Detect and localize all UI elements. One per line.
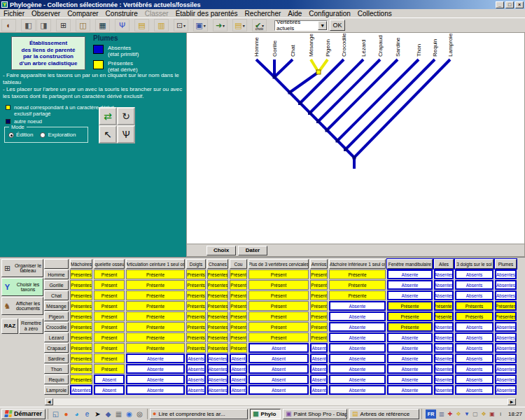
tree-taxon-homme[interactable]: Homme — [253, 36, 260, 57]
taskbar-task-arbres-de-reference[interactable]: ▤Arbres de référence — [349, 409, 419, 419]
choose-taxa-button[interactable]: Y Choisir les taxons — [1, 278, 43, 296]
menu-fichier[interactable]: Fichier — [0, 10, 28, 18]
tray-icon-4[interactable]: ▼ — [463, 410, 470, 418]
menu-aide[interactable]: Aide — [284, 10, 305, 18]
tree-taxon-pigeon[interactable]: Pigeon — [325, 39, 331, 57]
tray-icon-2[interactable]: ✚ — [447, 410, 454, 418]
dater-button[interactable]: Dater — [238, 246, 267, 255]
column-header-machoires[interactable]: Mâchoires — [70, 259, 92, 269]
choix-button[interactable]: Choix — [206, 246, 236, 255]
taskbar-task-phylo[interactable]: ▦Phylo — [250, 409, 281, 419]
tray-icon-3[interactable]: ❖ — [455, 410, 462, 418]
tool-cursor-icon[interactable]: ↖ — [99, 125, 117, 144]
taxon-button-thon[interactable]: Thon — [44, 364, 69, 374]
quicklaunch-icon-5[interactable]: ➤ — [93, 410, 102, 419]
quicklaunch-icon-8[interactable]: ◉ — [125, 410, 134, 419]
toolbar-open-folder-icon[interactable]: ▤▾ — [232, 19, 247, 31]
quicklaunch-icon-4[interactable]: e — [83, 410, 92, 419]
column-header-plumes[interactable]: Plumes — [495, 259, 517, 269]
minimize-button[interactable]: _ — [496, 1, 504, 8]
taxon-button-sardine[interactable]: Sardine — [44, 354, 69, 363]
quicklaunch-icon-3[interactable]: ◕ — [72, 410, 81, 419]
taxon-button-pigeon[interactable]: Pigeon — [44, 312, 69, 321]
quicklaunch-icon-2[interactable]: ● — [62, 410, 71, 419]
column-header-cou[interactable]: Cou — [230, 259, 247, 269]
taxon-button-mesange[interactable]: Mésange — [44, 301, 69, 311]
menu-rechercher[interactable]: Rechercher — [241, 10, 285, 18]
tree-taxon-gorille[interactable]: Gorille — [272, 40, 278, 57]
toolbar-print-icon[interactable]: ⊡▾ — [174, 19, 188, 31]
organize-table-button[interactable]: ⊞ Organiser le tableau — [1, 259, 43, 277]
start-button[interactable]: Démarrer — [1, 409, 46, 419]
mode-option-edition[interactable]: Édition — [8, 132, 33, 138]
tree-taxon-thon[interactable]: Thon — [416, 44, 422, 57]
ok-button[interactable]: OK — [330, 20, 345, 31]
show-documents-button[interactable]: ♞ Afficher les documents — [1, 297, 43, 315]
taxon-button-chat[interactable]: Chat — [44, 290, 69, 300]
taxon-button-requin[interactable]: Requin — [44, 374, 69, 384]
close-button[interactable]: × — [515, 1, 524, 8]
mode-option-exploration[interactable]: Exploration — [40, 132, 76, 138]
column-header-articulation-ceinture-1-seul-os[interactable]: Articulation ceinture 1 seul os — [126, 259, 185, 269]
scroll-right-icon[interactable]: ▶ — [507, 398, 516, 405]
taxon-button-gorille[interactable]: Gorille — [44, 280, 69, 290]
chevron-down-icon[interactable]: ▾ — [204, 23, 206, 28]
quicklaunch-icon-9[interactable]: ◎ — [135, 410, 144, 419]
taxon-button-homme[interactable]: Homme — [44, 270, 69, 279]
tray-icon-6[interactable]: ❖ — [480, 410, 487, 418]
column-header-choanes[interactable]: Choanes — [207, 259, 228, 269]
menu-configuration[interactable]: Configuration — [305, 10, 354, 18]
toolbar-folder-icon[interactable]: ▥ — [154, 19, 169, 31]
toolbar-compare-icon[interactable]: ◧ — [21, 19, 36, 31]
taxon-button-lamproie[interactable]: Lamproie — [44, 385, 69, 395]
toolbar-copy-icon[interactable]: ▣▾ — [193, 19, 208, 31]
toolbar-export-icon[interactable]: ➜▾ — [213, 19, 227, 31]
tray-icon-1[interactable]: ▥ — [438, 410, 445, 418]
toolbar-construct-icon[interactable]: ◫ — [76, 19, 90, 31]
tray-icon-8[interactable]: i — [497, 410, 504, 418]
tool-rotate-icon[interactable]: ↻ — [117, 107, 135, 125]
chevron-down-icon[interactable]: ▾ — [223, 23, 225, 28]
toolbar-classer-folder-icon[interactable]: ▤ — [134, 19, 149, 31]
menu-classer[interactable]: Classer — [141, 10, 172, 18]
toolbar-tree-icon[interactable]: Ψ — [115, 19, 130, 31]
menu-observer[interactable]: Observer — [28, 10, 64, 18]
taxon-button-lezard[interactable]: Lézard — [44, 332, 69, 342]
column-header-machoire-inferieure-1-seul-os[interactable]: Mâchoire inférieure 1 seul os — [329, 259, 386, 269]
toolbar-choix-icon[interactable]: ✔choix▾ — [252, 19, 267, 31]
tree-taxon-requin[interactable]: Requin — [432, 39, 438, 57]
quicklaunch-icon-1[interactable]: ◱ — [51, 410, 60, 419]
column-header-squelette-osseux[interactable]: Squelette osseux — [94, 259, 125, 269]
column-header-amnios[interactable]: Amnios — [310, 259, 328, 269]
tray-icon-5[interactable]: ▢ — [472, 410, 479, 418]
tree-taxon-mesange[interactable]: Mésange — [308, 34, 314, 57]
menu-construire[interactable]: Construire — [102, 10, 141, 18]
maximize-button[interactable]: □ — [505, 1, 514, 8]
quicklaunch-icon-6[interactable]: ◆ — [104, 410, 113, 419]
column-header-fenetre-mandibulaire[interactable]: Fenêtre mandibulaire — [387, 259, 433, 269]
language-indicator[interactable]: FR — [426, 410, 436, 419]
column-header-plus-de-3-vertebres-cervicales[interactable]: Plus de 3 vertèbres cervicales — [248, 259, 309, 269]
taxon-button-crocodile[interactable]: Crocodile — [44, 322, 69, 332]
menu-comparer[interactable]: Comparer — [64, 10, 102, 18]
taskbar-task-paint-shop-pro-diapside[interactable]: ▣Paint Shop Pro - Diapside... — [283, 409, 347, 419]
chevron-down-icon[interactable]: ▼ — [318, 21, 327, 30]
toolbar-observe-icon[interactable]: ◐ — [1, 19, 16, 31]
column-header-doigts[interactable]: Doigts — [186, 259, 206, 269]
chevron-down-icon[interactable]: ▾ — [243, 23, 245, 28]
tool-swap-arrows-icon[interactable]: ⇄ — [99, 107, 117, 125]
reset-button[interactable]: Remettre à zéro — [19, 318, 43, 334]
column-header-ailes[interactable]: Ailes — [434, 259, 454, 269]
scroll-left-icon[interactable]: ◀ — [45, 398, 53, 405]
tree-taxon-crapaud[interactable]: Crapaud — [377, 35, 384, 57]
collection-select[interactable]: Vertébrés actuels ▼ — [274, 20, 328, 31]
tree-taxon-lezard[interactable]: Lézard — [360, 40, 367, 57]
menu-etablir-des-parentes[interactable]: Établir des parentés — [172, 10, 241, 18]
raz-button[interactable]: RAZ — [1, 318, 18, 334]
tree-taxon-lamproie[interactable]: Lamproie — [447, 33, 454, 57]
tree-taxon-chat[interactable]: Chat — [290, 44, 296, 57]
toolbar-matrix-icon[interactable]: ▦ — [95, 19, 110, 31]
chevron-down-icon[interactable]: ▾ — [183, 23, 186, 28]
tool-branch-tool-icon[interactable]: Ѱ — [117, 125, 135, 144]
tray-icon-7[interactable]: ▣ — [489, 410, 496, 418]
